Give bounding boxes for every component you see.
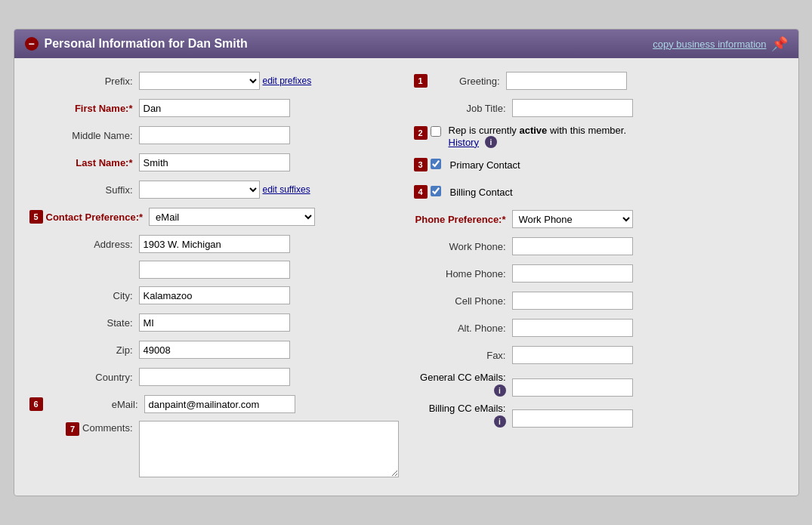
- header-left: − Personal Information for Dan Smith: [25, 37, 248, 51]
- greeting-label: Greeting:: [431, 76, 506, 87]
- comments-textarea[interactable]: [139, 421, 399, 477]
- middlename-row: Middle Name:: [29, 125, 399, 146]
- greeting-row: 1 Greeting:: [414, 70, 783, 91]
- jobtitle-input[interactable]: [512, 99, 633, 117]
- prefix-select[interactable]: Dr. Mr. Mrs. Ms.: [139, 72, 260, 90]
- prefix-row: Prefix: Dr. Mr. Mrs. Ms. edit prefixes: [29, 70, 399, 91]
- firstname-input[interactable]: [139, 99, 290, 117]
- history-info-row: History i: [449, 136, 627, 148]
- form-header: − Personal Information for Dan Smith cop…: [14, 29, 798, 58]
- country-input[interactable]: [139, 368, 290, 386]
- jobtitle-label: Job Title:: [414, 103, 512, 114]
- billing-cc-info-icon[interactable]: i: [494, 415, 506, 428]
- contact-pref-label: Contact Preference:*: [46, 212, 150, 223]
- zip-label: Zip:: [29, 344, 139, 356]
- state-row: State:: [29, 312, 399, 333]
- billing-contact-checkbox[interactable]: [431, 186, 441, 196]
- suffix-select[interactable]: Jr. Sr. III: [139, 181, 260, 199]
- general-cc-label-block: General CC eMails: i: [414, 372, 512, 397]
- primary-contact-label: Primary Contact: [446, 159, 520, 171]
- active-text1: Rep is currently: [449, 125, 520, 136]
- phone-pref-row: Phone Preference:* Work Phone Home Phone…: [414, 208, 783, 230]
- general-cc-info-icon[interactable]: i: [494, 384, 506, 397]
- general-cc-label: General CC eMails:: [420, 372, 505, 383]
- city-input[interactable]: [139, 286, 290, 304]
- work-phone-label: Work Phone:: [414, 241, 512, 252]
- copy-business-link[interactable]: copy business information: [653, 39, 766, 50]
- billing-contact-label: Billing Contact: [446, 187, 513, 198]
- middlename-label: Middle Name:: [29, 130, 139, 141]
- primary-contact-row: 3 Primary Contact: [414, 154, 783, 175]
- active-word: active: [519, 125, 547, 136]
- cell-phone-input[interactable]: [512, 292, 633, 310]
- active-row: 2 Rep is currently active with this memb…: [414, 125, 783, 148]
- edit-prefixes-link[interactable]: edit prefixes: [263, 76, 312, 86]
- history-link[interactable]: History: [449, 137, 479, 148]
- middlename-input[interactable]: [139, 126, 290, 144]
- pin-icon[interactable]: 📌: [771, 36, 788, 52]
- suffix-row: Suffix: Jr. Sr. III edit suffixes: [29, 179, 399, 200]
- right-column: 1 Greeting: Job Title: 2 Rep is currentl…: [414, 70, 783, 483]
- header-right: copy business information 📌: [653, 36, 787, 52]
- home-phone-label: Home Phone:: [414, 268, 512, 279]
- state-label: State:: [29, 317, 139, 329]
- billing-cc-input[interactable]: [512, 409, 633, 428]
- fax-row: Fax:: [414, 344, 783, 366]
- greeting-input[interactable]: [506, 72, 627, 90]
- badge-7: 7: [66, 422, 79, 436]
- lastname-row: Last Name:*: [29, 152, 399, 173]
- contact-pref-row: 5 Contact Preference:* eMail Phone Mail: [29, 206, 399, 227]
- badge-6: 6: [29, 397, 43, 411]
- active-info-icon[interactable]: i: [485, 136, 497, 148]
- main-container: − Personal Information for Dan Smith cop…: [14, 29, 799, 496]
- state-input[interactable]: [139, 313, 290, 332]
- email-input[interactable]: [144, 395, 295, 413]
- comments-row: 7 Comments:: [29, 421, 399, 477]
- active-description: Rep is currently active with this member…: [449, 125, 627, 136]
- work-phone-input[interactable]: [512, 237, 633, 255]
- active-checkbox[interactable]: [431, 126, 441, 137]
- active-text2: with this member.: [547, 125, 626, 136]
- alt-phone-input[interactable]: [512, 319, 633, 337]
- edit-suffixes-link[interactable]: edit suffixes: [263, 184, 310, 195]
- email-label: eMail:: [46, 399, 144, 410]
- page-title: Personal Information for Dan Smith: [45, 37, 248, 51]
- alt-phone-row: Alt. Phone:: [414, 317, 783, 338]
- billing-cc-label-block: Billing CC eMails: i: [414, 403, 512, 428]
- lastname-input[interactable]: [139, 153, 290, 171]
- phone-pref-select[interactable]: Work Phone Home Phone Cell Phone Alt. Ph…: [512, 210, 633, 228]
- fax-input[interactable]: [512, 346, 633, 364]
- lastname-label: Last Name:*: [29, 157, 139, 168]
- city-row: City:: [29, 285, 399, 306]
- work-phone-row: Work Phone:: [414, 236, 783, 257]
- collapse-icon[interactable]: −: [25, 37, 39, 51]
- general-cc-input[interactable]: [512, 378, 633, 397]
- address-row2: [139, 261, 399, 279]
- badge-4: 4: [414, 185, 428, 199]
- firstname-row: First Name:*: [29, 97, 399, 119]
- home-phone-input[interactable]: [512, 264, 633, 283]
- cell-phone-label: Cell Phone:: [414, 295, 512, 307]
- badge-2: 2: [414, 126, 428, 140]
- email-row: 6 eMail:: [29, 394, 399, 415]
- address-label: Address:: [29, 239, 139, 250]
- phone-pref-label: Phone Preference:*: [414, 214, 512, 225]
- cell-phone-row: Cell Phone:: [414, 290, 783, 311]
- billing-cc-row: Billing CC eMails: i: [414, 403, 783, 428]
- home-phone-row: Home Phone:: [414, 263, 783, 284]
- fax-label: Fax:: [414, 350, 512, 361]
- zip-row: Zip:: [29, 339, 399, 360]
- billing-contact-row: 4 Billing Contact: [414, 181, 783, 202]
- form-body: Prefix: Dr. Mr. Mrs. Ms. edit prefixes F…: [14, 58, 798, 496]
- prefix-label: Prefix:: [29, 76, 139, 87]
- address-input[interactable]: [139, 235, 290, 253]
- comments-label: Comments:: [82, 422, 132, 434]
- primary-contact-checkbox[interactable]: [431, 159, 441, 169]
- zip-input[interactable]: [139, 341, 290, 359]
- badge-3: 3: [414, 158, 428, 171]
- country-row: Country:: [29, 366, 399, 388]
- contact-pref-select[interactable]: eMail Phone Mail: [149, 208, 315, 226]
- address2-input[interactable]: [139, 261, 290, 279]
- badge-1: 1: [414, 74, 428, 88]
- left-column: Prefix: Dr. Mr. Mrs. Ms. edit prefixes F…: [29, 70, 399, 483]
